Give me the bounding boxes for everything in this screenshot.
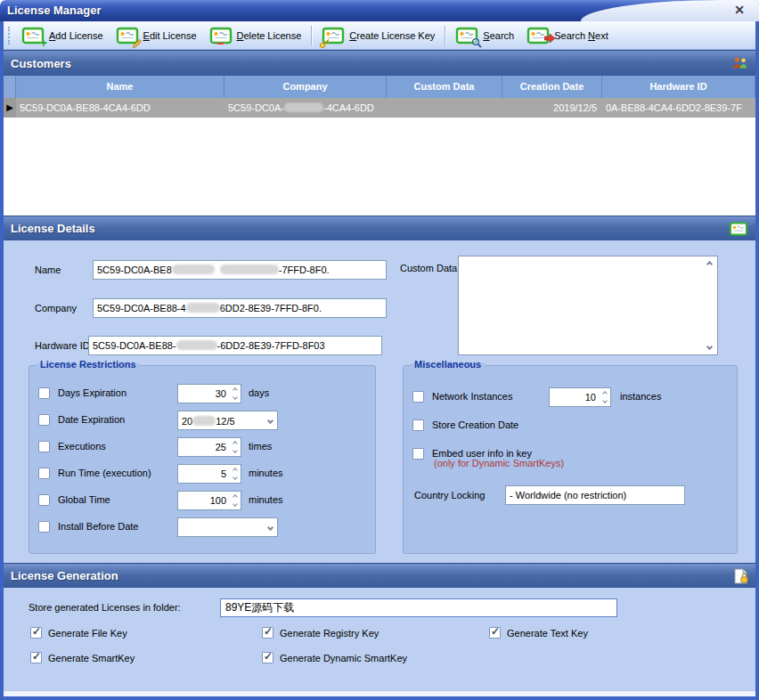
name-field[interactable]: 5C59-DC0A-BE8-7FFD-8F0. — [93, 260, 387, 280]
generate-registry-key-checkbox[interactable]: ✓ — [262, 627, 273, 639]
spin-buttons[interactable] — [229, 492, 241, 509]
chevron-down-icon[interactable] — [267, 524, 273, 530]
run-time-unit: minutes — [249, 468, 283, 478]
company-field[interactable]: 5C59-DC0A-BE88-46DD2-8E39-7FFD-8F0. — [93, 298, 387, 318]
next-arrow-badge-icon — [544, 34, 555, 43]
row-selector-header-cell — [4, 76, 16, 98]
run-time-checkbox[interactable] — [38, 468, 50, 479]
toolbar-separator — [311, 26, 312, 45]
install-before-date-checkbox[interactable] — [38, 521, 50, 533]
custom-data-textarea[interactable] — [458, 256, 718, 355]
global-time-checkbox[interactable] — [38, 494, 50, 506]
edit-license-label: Edit License — [143, 30, 197, 41]
store-creation-date-row: Store Creation Date — [404, 416, 737, 435]
days-expiration-spinner[interactable]: 30 — [177, 384, 241, 403]
generate-file-key-option[interactable]: ✓ Generate File Key — [30, 627, 127, 639]
spin-up-icon[interactable] — [602, 391, 608, 396]
generate-dynamic-smartkey-checkbox[interactable]: ✓ — [262, 652, 273, 663]
country-locking-label: Country Locking — [414, 490, 486, 501]
key-badge-icon — [319, 37, 331, 49]
spin-up-icon[interactable] — [233, 441, 238, 446]
add-license-label: Add License — [49, 30, 103, 41]
close-icon[interactable]: ✕ — [734, 3, 745, 17]
run-time-spinner[interactable]: 5 — [177, 464, 241, 484]
column-header-custom-data[interactable]: Custom Data — [387, 76, 502, 98]
spin-buttons[interactable] — [599, 388, 610, 406]
generate-text-key-label: Generate Text Key — [507, 628, 588, 639]
store-creation-date-checkbox[interactable] — [412, 419, 424, 431]
create-license-key-label: Create License Key — [349, 30, 435, 41]
delete-license-button[interactable]: − Delete License — [203, 24, 308, 47]
delete-badge-icon: − — [216, 37, 224, 51]
company-label: Company — [35, 303, 77, 313]
window-frame: + Add License Edit License − Delete Lice… — [0, 21, 759, 700]
create-license-key-button[interactable]: Create License Key — [315, 24, 441, 47]
global-time-unit: minutes — [249, 494, 283, 505]
spin-buttons[interactable] — [229, 465, 241, 483]
column-header-hardware-id[interactable]: Hardware ID — [602, 76, 755, 98]
column-header-name[interactable]: Name — [16, 76, 224, 98]
global-time-spinner[interactable]: 100 — [177, 491, 241, 510]
generate-text-key-checkbox[interactable]: ✓ — [489, 627, 501, 639]
spin-down-icon[interactable] — [233, 448, 238, 453]
redacted-patch — [192, 416, 216, 426]
window-resize-strip — [4, 690, 755, 696]
search-button[interactable]: Search — [449, 24, 520, 47]
network-instances-spinner[interactable]: 10 — [549, 387, 611, 407]
license-generation-section-header: License Generation — [4, 563, 755, 588]
license-card-icon: + — [21, 26, 45, 45]
hardware-id-field[interactable]: 5C59-DC0A-BE88--6DD2-8E39-7FFD-8F03 — [88, 336, 382, 355]
spin-down-icon[interactable] — [233, 395, 238, 400]
scroll-down-icon[interactable] — [706, 344, 712, 350]
global-time-row: Global Time 100 minutes — [29, 491, 375, 510]
date-expiration-checkbox[interactable] — [38, 414, 50, 426]
column-header-company[interactable]: Company — [224, 76, 387, 98]
spin-down-icon[interactable] — [233, 501, 238, 507]
run-time-label: Run Time (execution) — [58, 468, 151, 478]
spin-buttons[interactable] — [229, 385, 241, 403]
redacted-patch — [186, 303, 220, 313]
spin-down-icon[interactable] — [233, 475, 238, 480]
generate-dynamic-smartkey-option[interactable]: ✓ Generate Dynamic SmartKey — [262, 652, 407, 663]
license-card-icon — [729, 221, 748, 237]
spin-up-icon[interactable] — [233, 468, 238, 473]
network-instances-checkbox[interactable] — [412, 391, 424, 403]
install-before-date-dropdown[interactable] — [177, 517, 278, 537]
spin-buttons[interactable] — [229, 438, 241, 456]
spin-up-icon[interactable] — [233, 494, 238, 500]
store-folder-input[interactable]: 89YE源码下载 — [220, 598, 617, 617]
executions-spinner[interactable]: 25 — [177, 437, 241, 457]
check-icon: ✓ — [264, 625, 273, 638]
generate-smartkey-checkbox[interactable]: ✓ — [30, 652, 42, 663]
titlebar-swoosh-decoration — [581, 0, 759, 21]
generate-registry-key-label: Generate Registry Key — [280, 628, 379, 639]
generate-text-key-option[interactable]: ✓ Generate Text Key — [489, 627, 588, 639]
scroll-up-icon[interactable] — [706, 261, 712, 267]
executions-checkbox[interactable] — [38, 441, 50, 452]
cell-hardware-id: 0A-BE88-4CA4-6DD2-8E39-7F — [602, 102, 755, 113]
redacted-patch — [176, 340, 217, 350]
add-license-button[interactable]: + Add License — [15, 24, 110, 47]
toolbar-grip[interactable] — [8, 27, 11, 45]
spin-down-icon[interactable] — [602, 398, 608, 403]
license-details-section-header: License Details — [4, 216, 755, 240]
days-expiration-checkbox[interactable] — [38, 387, 50, 399]
embed-user-info-checkbox[interactable] — [412, 448, 424, 460]
pencil-badge-icon — [132, 38, 143, 49]
search-next-button[interactable]: Search Next — [520, 24, 615, 47]
license-restrictions-group: License Restrictions Days Expiration 30 … — [29, 365, 376, 554]
generate-registry-key-option[interactable]: ✓ Generate Registry Key — [262, 627, 379, 639]
generate-smartkey-option[interactable]: ✓ Generate SmartKey — [30, 652, 135, 663]
redacted-patch — [284, 102, 323, 112]
country-locking-field[interactable]: - Worldwide (no restriction) — [505, 485, 685, 505]
column-header-creation-date[interactable]: Creation Date — [502, 76, 602, 98]
custom-data-scrollbar[interactable] — [703, 258, 715, 353]
spin-up-icon[interactable] — [233, 387, 238, 393]
table-row[interactable]: ▶ 5C59-DC0A-BE88-4CA4-6DD 5C59-DC0A--4CA… — [4, 98, 755, 118]
edit-license-button[interactable]: Edit License — [110, 24, 203, 47]
generate-file-key-checkbox[interactable]: ✓ — [30, 627, 42, 639]
chevron-down-icon[interactable] — [267, 417, 273, 423]
check-icon: ✓ — [32, 650, 41, 663]
date-expiration-dropdown[interactable]: 2012/5 — [177, 411, 278, 430]
license-manager-window: License Manager ✕ + Add License Edit Lic… — [0, 0, 759, 700]
